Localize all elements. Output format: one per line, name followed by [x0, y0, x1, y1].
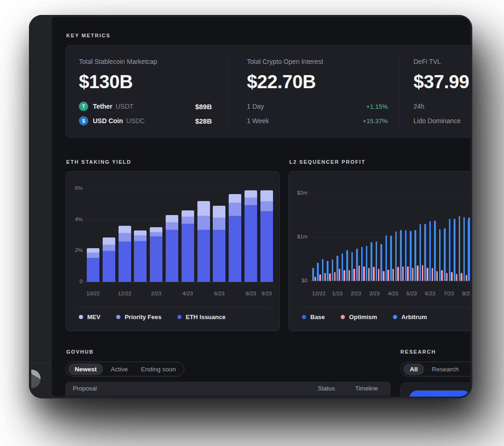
app-window: KEY METRICS Total Stablecoin Marketcap $…	[29, 15, 472, 398]
l2-bar	[363, 266, 365, 281]
l2-bar	[463, 217, 465, 281]
card-divider	[228, 55, 229, 128]
change-period: 1 Day	[247, 103, 264, 110]
eth-staking-heading: ETH STAKING YIELD	[66, 159, 132, 165]
l2-bar	[410, 231, 412, 281]
l2-bar	[436, 271, 438, 281]
l2-bar	[392, 269, 394, 281]
l2-bar	[317, 263, 319, 281]
eth-stacked-bar	[182, 210, 194, 282]
l2-bar	[424, 224, 426, 281]
column-timeline: Timeline	[355, 385, 378, 392]
l2-bar	[312, 268, 314, 281]
change-value: +15.37%	[363, 118, 388, 125]
legend-dot-base	[302, 315, 306, 319]
legend-item: Base	[302, 314, 325, 321]
coin-name: USD Coin	[93, 117, 123, 125]
coin-row-usdc: $ USD Coin USDC $28B	[79, 115, 212, 126]
eth-stacked-bar	[103, 237, 115, 282]
l2-bar	[376, 241, 378, 281]
defi-tvl-metric: DeFi TVL $37.99 24h Lido Dominance	[413, 58, 470, 126]
coin-value: $89B	[195, 103, 212, 111]
change-row-1w: 1 Week +15.37%	[247, 115, 388, 126]
l2-bar	[371, 242, 372, 281]
l2-bar	[315, 277, 316, 281]
l2-bar	[339, 269, 341, 281]
research-cta-button[interactable]	[409, 390, 470, 397]
l2-bar	[456, 274, 458, 281]
tvl-row-lido: Lido Dominance	[413, 115, 470, 126]
metric-value: $22.70B	[247, 71, 388, 92]
l2-bar	[319, 274, 321, 281]
metric-label: Total Stablecoin Marketcap	[79, 58, 212, 65]
l2-bar	[395, 231, 397, 281]
eth-stacked-bar	[197, 201, 210, 282]
legend-label: Priority Fees	[125, 314, 161, 321]
eth-stacked-bar	[166, 215, 178, 282]
eth-chart-legend: MEV Priority Fees ETH Issuance	[79, 314, 225, 321]
coin-name: Tether	[93, 103, 112, 110]
tab-research[interactable]: Research	[426, 363, 464, 375]
l2-bar	[434, 221, 436, 281]
govhub-heading: GOVHUB	[66, 349, 94, 355]
eth-stacked-bar	[245, 190, 257, 282]
l2-bar	[461, 273, 462, 281]
l2-bar	[349, 270, 350, 281]
l2-bar	[422, 265, 424, 281]
tab-ending-soon[interactable]: Ending soon	[135, 363, 182, 375]
l2-bar	[385, 235, 387, 281]
legend-label: MEV	[87, 314, 100, 321]
tab-f-truncated[interactable]: F	[466, 363, 470, 375]
l2-bar	[466, 275, 468, 281]
govhub-tabs: Newest Active Ending soon	[65, 362, 184, 376]
research-tabs: All Research F	[400, 362, 470, 376]
tab-all[interactable]: All	[403, 363, 424, 375]
l2-bar	[412, 268, 414, 281]
l2-bar	[351, 252, 353, 281]
l2-bar	[324, 273, 326, 281]
l2-bar	[343, 270, 345, 281]
usdc-icon: $	[79, 116, 88, 125]
key-metrics-heading: KEY METRICS	[66, 33, 111, 38]
l2-profit-heading: L2 SEQUENCER PROFIT	[289, 159, 365, 165]
l2-bar	[356, 249, 358, 281]
coin-row-tether: T Tether USDT $89B	[79, 101, 212, 112]
l2-bar	[322, 259, 324, 281]
column-status: Status	[318, 385, 335, 392]
coin-value: $28B	[195, 117, 212, 125]
legend-item: Priority Fees	[116, 314, 161, 321]
tab-newest[interactable]: Newest	[68, 363, 103, 375]
metric-label: Total Crypto Open Interest	[247, 58, 388, 65]
table-row[interactable]	[65, 396, 391, 397]
edge-avatar[interactable]	[31, 369, 41, 388]
tab-active[interactable]: Active	[105, 363, 133, 375]
l2-profit-plot: $2m$1m$012/221/232/233/234/235/236/237/2…	[289, 172, 470, 331]
card-divider	[399, 55, 400, 128]
l2-bar	[427, 268, 428, 281]
l2-bar	[432, 268, 434, 281]
coin-ticker: USDC	[126, 117, 145, 125]
l2-bar	[342, 253, 343, 281]
change-row-1d: 1 Day +1.15%	[247, 101, 388, 112]
l2-bar	[414, 230, 416, 281]
l2-bar	[383, 271, 385, 281]
l2-bar	[439, 229, 441, 281]
l2-bar	[366, 246, 368, 281]
l2-bar	[402, 266, 404, 281]
l2-bar	[373, 267, 375, 281]
legend-dot-eth-issuance	[177, 315, 182, 319]
stablecoin-metric: Total Stablecoin Marketcap $130B T Tethe…	[79, 58, 212, 126]
legend-dot-optimism	[341, 315, 345, 319]
l2-chart-legend: Base Optimism Arbitrum	[302, 314, 427, 321]
l2-bar	[407, 266, 409, 281]
proposal-table-header: Proposal Status Timeline	[65, 382, 391, 396]
legend-divider	[301, 307, 470, 308]
l2-bar	[400, 230, 402, 281]
l2-bar	[446, 273, 448, 281]
eth-stacked-bar	[229, 194, 241, 282]
l2-bar	[459, 216, 461, 281]
l2-bar	[468, 217, 470, 281]
row-label: Lido Dominance	[413, 117, 461, 125]
l2-profit-chart-card: $2m$1m$012/221/232/233/234/235/236/237/2…	[288, 171, 470, 331]
coin-ticker: USDT	[116, 103, 133, 110]
